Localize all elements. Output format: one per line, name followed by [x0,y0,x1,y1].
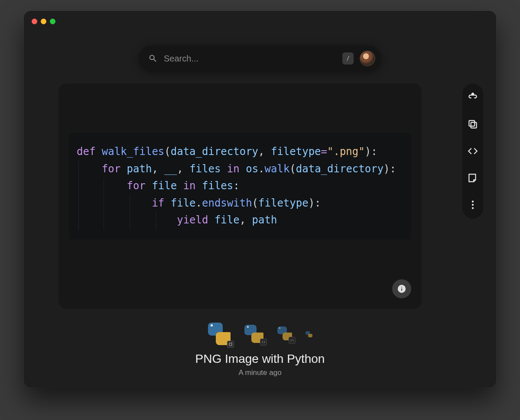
svg-point-0 [472,93,474,95]
svg-rect-6 [229,343,232,346]
share-link-button[interactable] [467,91,479,103]
copy-button[interactable] [467,118,479,130]
info-icon [397,284,406,294]
snippet-timestamp: A minute ago [24,368,496,377]
action-toolbar [462,84,483,219]
user-avatar[interactable] [360,51,375,66]
thumbnail-1[interactable] [206,323,232,346]
svg-point-4 [472,204,474,206]
minimize-window-button[interactable] [41,19,46,24]
svg-rect-1 [471,123,477,128]
search-bar[interactable]: / [139,45,381,71]
svg-point-3 [472,200,474,202]
app-window: / def walk_files(data_directory, filetyp… [24,11,496,388]
thumbnail-badge-code [260,339,267,346]
thumbnail-4[interactable] [305,331,314,337]
slash-shortcut-hint: / [342,52,354,65]
code-icon [467,145,478,157]
snippet-title: PNG Image with Python [24,352,496,366]
svg-rect-2 [469,120,474,126]
info-button[interactable] [392,279,411,298]
share-link-icon [467,92,478,103]
code-button[interactable] [467,145,479,157]
note-icon [467,172,478,184]
python-logo-icon [305,331,314,337]
search-icon [148,54,158,63]
snippet-preview-card: def walk_files(data_directory, filetype=… [58,84,422,309]
code-block: def walk_files(data_directory, filetype=… [69,133,411,239]
code-icon [290,338,294,342]
svg-point-5 [472,207,474,209]
more-button[interactable] [467,199,479,211]
more-vertical-icon [467,199,478,210]
note-button[interactable] [467,172,479,184]
thumbnail-2[interactable] [244,325,265,344]
search-input[interactable] [164,54,336,64]
thumbnail-row [206,323,314,346]
copy-icon [467,119,478,130]
close-window-button[interactable] [32,19,37,24]
code-icon [261,340,266,344]
thumbnail-3[interactable] [276,326,294,342]
thumbnail-badge-code [289,337,296,344]
maximize-window-button[interactable] [50,19,55,24]
window-controls [32,19,55,24]
thumbnail-badge-crop [227,341,234,348]
crop-icon [228,342,233,346]
